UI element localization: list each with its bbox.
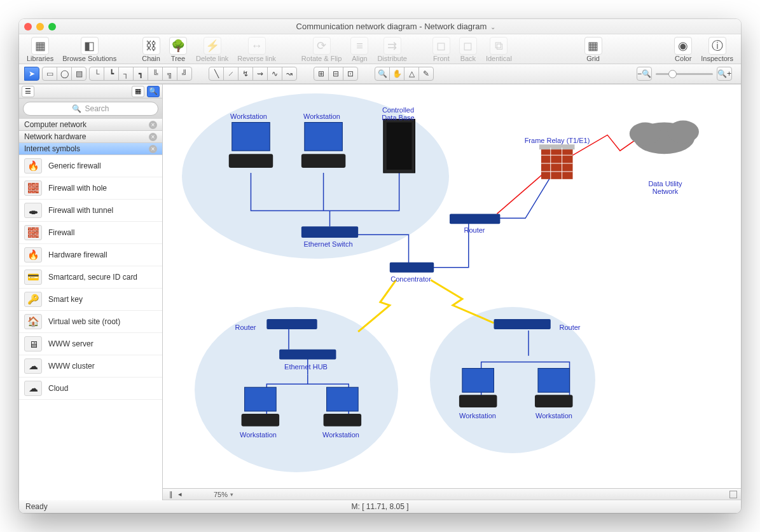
tb-identical: ⧉Identical — [486, 37, 512, 62]
stamp-tool[interactable]: △ — [404, 67, 419, 81]
scroll-left-icon[interactable]: ◂ — [178, 490, 182, 498]
ellipse-tool[interactable]: ◯ — [57, 67, 72, 81]
zoom-tool[interactable]: 🔍 — [375, 67, 390, 81]
close-button[interactable] — [24, 23, 32, 31]
node-concentrator — [390, 263, 434, 273]
lib-item[interactable]: 🏠Virtual web site (root) — [19, 311, 162, 333]
tree-icon: 🌳 — [169, 37, 187, 55]
lib-item[interactable]: 💳Smartcard, secure ID card — [19, 266, 162, 289]
line-tool-2[interactable]: ⟋ — [223, 67, 238, 81]
text-tool[interactable]: ▤ — [71, 67, 86, 81]
lib-item[interactable]: 🧱Firewall — [19, 222, 162, 244]
label-cdb: Controlled Data Base — [382, 106, 414, 121]
lib-thumb-icon: 🖥 — [24, 336, 42, 351]
connector-tool-5[interactable]: ╚ — [148, 67, 163, 81]
close-icon[interactable]: × — [149, 121, 157, 129]
node-workstation-2 — [301, 123, 345, 168]
lib-item[interactable]: 🖥WWW server — [19, 333, 162, 355]
lib-item[interactable]: ☁WWW cluster — [19, 355, 162, 378]
chain-icon: ⛓ — [142, 37, 160, 55]
svg-rect-3 — [301, 154, 345, 168]
snap-tool-2[interactable]: ⊟ — [328, 67, 343, 81]
line-tool-5[interactable]: ∿ — [267, 67, 282, 81]
tb-inspectors[interactable]: ⓘInspectors — [701, 37, 733, 62]
titlebar: Communication network diagram - Network … — [19, 19, 741, 34]
app-body: ☰ ▦ 🔍 🔍 Search Computer network×Network … — [19, 84, 741, 500]
label-rtr-top: Router — [464, 226, 485, 234]
fit-page-icon[interactable] — [729, 491, 737, 498]
tb-rotate-flip: ⟳Rotate & Flip — [301, 37, 342, 62]
rect-tool[interactable]: ▭ — [42, 67, 57, 81]
svg-rect-23 — [327, 387, 359, 411]
connector-tool-1[interactable]: └ — [89, 67, 104, 81]
sidebar-tabs: ☰ ▦ 🔍 — [19, 85, 162, 99]
svg-point-18 — [667, 121, 699, 144]
node-workstation-6 — [535, 368, 573, 407]
lib-thumb-icon: 🧱 — [24, 225, 42, 240]
zoom-in-button[interactable]: 🔍+ — [717, 67, 732, 81]
connector-tool-7[interactable]: ╝ — [177, 67, 192, 81]
line-tool-4[interactable]: ⇝ — [252, 67, 268, 81]
close-icon[interactable]: × — [149, 145, 157, 153]
zoom-track[interactable] — [656, 73, 713, 75]
label-esw: Ethernet Switch — [303, 240, 352, 248]
title-chevron-icon[interactable]: ⌄ — [490, 24, 495, 31]
lib-item[interactable]: 🔑Smart key — [19, 289, 162, 311]
connector-tool-6[interactable]: ╗ — [162, 67, 177, 81]
category-internet symbols[interactable]: Internet symbols× — [19, 143, 162, 155]
tb-tree[interactable]: 🌳Tree — [169, 37, 187, 62]
tb-grid[interactable]: ▦Grid — [584, 37, 602, 62]
tb-browse-solutions[interactable]: ◧Browse Solutions — [62, 37, 116, 62]
svg-rect-25 — [494, 319, 550, 329]
lib-item[interactable]: ☁Cloud — [19, 378, 162, 400]
tb-delete-link: ⚡Delete link — [196, 37, 228, 62]
hand-tool[interactable]: ✋ — [389, 67, 404, 81]
line-tool-1[interactable]: ╲ — [209, 67, 224, 81]
zoom-value[interactable]: 75% — [214, 491, 228, 498]
diagram-svg — [163, 85, 741, 488]
page-handle-icon[interactable]: ‖ — [169, 490, 173, 498]
zoom-button[interactable] — [48, 23, 56, 31]
lib-thumb-icon: 🕳 — [24, 203, 42, 218]
svg-rect-20 — [279, 350, 336, 360]
svg-rect-24 — [324, 414, 362, 426]
grid-icon: ▦ — [584, 37, 602, 55]
lib-item[interactable]: 🔥Generic firewall — [19, 155, 162, 177]
svg-rect-27 — [459, 395, 497, 407]
pointer-tool[interactable]: ➤ — [24, 67, 39, 81]
lib-item[interactable]: 🔥Hardware firewall — [19, 244, 162, 266]
connector-tool-4[interactable]: ┓ — [133, 67, 148, 81]
snap-tool-3[interactable]: ⊡ — [343, 67, 358, 81]
snap-tool-1[interactable]: ⊞ — [314, 67, 329, 81]
zoom-out-button[interactable]: −🔍 — [637, 67, 652, 81]
category-network hardware[interactable]: Network hardware× — [19, 131, 162, 143]
eyedropper-tool[interactable]: ✎ — [418, 67, 434, 81]
node-workstation-5 — [459, 368, 497, 407]
line-tool-3[interactable]: ↯ — [238, 67, 253, 81]
category-computer network[interactable]: Computer network× — [19, 119, 162, 131]
tb-align: ≡Align — [350, 37, 368, 62]
tb-color[interactable]: ◉Color — [674, 37, 692, 62]
svg-rect-26 — [462, 368, 494, 392]
search-input[interactable]: 🔍 Search — [23, 102, 158, 116]
zoom-knob[interactable] — [668, 70, 677, 78]
sidebar-tab-tree[interactable]: ☰ — [22, 86, 34, 97]
sidebar-tab-search[interactable]: 🔍 — [147, 86, 160, 97]
lib-thumb-icon: 🔥 — [24, 247, 42, 263]
minimize-button[interactable] — [36, 23, 44, 31]
diagram-canvas[interactable]: Workstation Workstation Controlled Data … — [163, 85, 741, 489]
connector-tool-2[interactable]: ┗ — [104, 67, 119, 81]
lib-thumb-icon: 💳 — [24, 269, 42, 285]
close-icon[interactable]: × — [149, 133, 157, 141]
label-ehub: Ethernet HUB — [284, 363, 328, 371]
tb-libraries[interactable]: ▦Libraries — [27, 37, 53, 62]
lib-item[interactable]: 🧱Firewall with hole — [19, 177, 162, 200]
line-tool-6[interactable]: ↝ — [282, 67, 297, 81]
libraries-icon: ▦ — [31, 37, 49, 55]
connector-tool-3[interactable]: ┐ — [118, 67, 134, 81]
sidebar-tab-grid[interactable]: ▦ — [132, 86, 144, 97]
lib-item[interactable]: 🕳Firewall with tunnel — [19, 200, 162, 222]
tb-chain[interactable]: ⛓Chain — [142, 37, 160, 62]
zoom-chevron-icon[interactable]: ▾ — [230, 491, 233, 498]
svg-rect-6 — [301, 226, 358, 238]
